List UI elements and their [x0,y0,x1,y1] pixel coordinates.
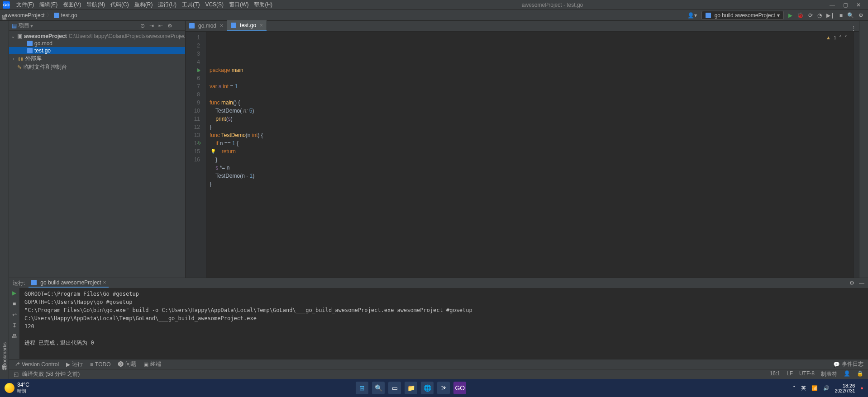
close-tab-icon[interactable]: × [220,23,223,29]
console-output[interactable]: GOROOT=C:\Program Files\Go #gosetup GOPA… [20,288,868,359]
chevron-down-icon[interactable]: ▾ [30,23,33,29]
code-area[interactable]: ▲ 1 ˄ ˅ 💡 package main var s int = 1 fun… [207,32,854,278]
hide-icon[interactable]: — [177,23,182,29]
collapse-icon[interactable]: ⇤ [158,23,163,29]
print-icon[interactable]: 🖶 [12,333,17,340]
tab-run[interactable]: ▶运行 [66,360,83,368]
minimize-icon[interactable]: — [830,2,835,8]
store-icon[interactable]: 🛍 [437,382,450,394]
menu-item[interactable]: 窗口(W) [226,0,251,9]
branch-icon: ⎇ [14,361,20,368]
line-separator[interactable]: LF [787,370,793,378]
search-icon[interactable]: 🔍 [372,382,385,394]
rerun-icon[interactable]: ▶ [12,290,16,296]
scroll-end-icon[interactable]: ↧ [12,322,17,329]
run-icon[interactable]: ▶ [788,12,792,19]
chevron-right-icon[interactable]: › [11,56,16,62]
indent-config[interactable]: 制表符 [821,370,837,378]
attach-icon[interactable]: ▶❙ [826,12,835,19]
editor-tab[interactable]: go.mod× [186,20,227,31]
prev-highlight-icon[interactable]: ˄ [839,33,842,42]
profile-icon[interactable]: ◔ [817,12,822,19]
run-config-label: go build awesomeProject [715,12,775,19]
problems-icon: ⓿ [118,361,124,368]
volume-icon[interactable]: 🔊 [823,385,830,391]
hide-icon[interactable]: — [859,280,864,286]
menu-item[interactable]: 重构(R) [132,0,156,9]
edge-icon[interactable]: 🌐 [421,382,434,394]
tab-todo[interactable]: ≡TODO [90,361,110,368]
menu-item[interactable]: 代码(C) [108,0,132,9]
breadcrumb-file[interactable]: test.go [61,12,77,19]
breadcrumb-project[interactable]: awesomeProject [5,12,45,19]
intention-bulb-icon[interactable]: 💡 [210,147,216,156]
inspection-profile-icon[interactable]: 👤 [844,370,850,378]
todo-icon: ≡ [90,361,93,368]
menu-item[interactable]: VCS(S) [202,0,226,9]
close-tab-icon[interactable]: × [260,22,263,28]
explorer-icon[interactable]: 📁 [405,382,417,394]
tool-window-toggle-icon[interactable]: ◱ [14,371,19,378]
tree-file[interactable]: go.mod [9,40,185,47]
close-icon[interactable]: ✕ [856,2,861,8]
tab-version-control[interactable]: ⎇Version Control [14,361,59,368]
menu-item[interactable]: 帮助(H) [251,0,275,9]
tree-root[interactable]: ⌄ ▣ awesomeProject C:\Users\Happy\Goland… [9,33,185,40]
go-file-icon [231,23,236,28]
start-icon[interactable]: ⊞ [356,382,368,394]
taskbar-clock[interactable]: 18:26 2022/7/31 [835,383,855,393]
sun-icon [5,383,14,393]
tab-terminal[interactable]: ▣终端 [143,360,161,368]
lock-icon[interactable]: 🔒 [857,370,863,378]
editor-gutter[interactable]: 12345678910111213141516 [186,32,207,278]
editor-tab[interactable]: test.go× [227,20,267,31]
expand-icon[interactable]: ⇥ [149,23,154,29]
tree-scratches[interactable]: ✎ 临时文件和控制台 [9,63,185,71]
windows-taskbar: 34°C 晴朗 ⊞ 🔍 ▭ 📁 🌐 🛍 GO ˄ 英 📶 🔊 18:26 202… [0,379,868,397]
file-encoding[interactable]: UTF-8 [799,370,815,378]
navigation-bar: awesomeProject 〉 test.go 👤▾ go build awe… [0,10,868,21]
stop-icon[interactable]: ■ [13,301,16,307]
next-highlight-icon[interactable]: ˅ [844,33,847,42]
notification-icon[interactable]: ● [860,385,863,391]
error-stripe[interactable] [854,32,859,278]
wifi-icon[interactable]: 📶 [811,385,818,391]
project-tree[interactable]: ⌄ ▣ awesomeProject C:\Users\Happy\Goland… [9,31,185,278]
menu-item[interactable]: 运行(U) [155,0,179,9]
sidebar-tab-bookmarks[interactable]: Bookmarks [2,342,7,367]
chevron-down-icon: ▾ [777,12,780,19]
chevron-down-icon[interactable]: ⌄ [11,33,15,39]
menu-item[interactable]: 视图(V) [60,0,84,9]
debug-icon[interactable]: 🐞 [797,12,804,19]
goland-icon[interactable]: GO [453,382,466,394]
more-icon[interactable]: ⋮ [851,25,856,31]
task-view-icon[interactable]: ▭ [388,382,401,394]
terminal-icon: ▣ [143,361,148,368]
run-tab[interactable]: go build awesomeProject × [29,279,109,288]
tray-expand-icon[interactable]: ˄ [793,385,796,391]
coverage-icon[interactable]: ⟳ [808,12,813,19]
tree-file-selected[interactable]: test.go [9,47,185,54]
run-config-selector[interactable]: go build awesomeProject ▾ [701,11,784,20]
menu-item[interactable]: 编辑(E) [37,0,60,9]
menu-item[interactable]: 文件(F) [14,0,37,9]
tree-ext-libs[interactable]: › ⫾⫾ 外部库 [9,54,185,63]
soft-wrap-icon[interactable]: ↩ [12,312,17,318]
user-icon[interactable]: 👤▾ [687,12,697,19]
locate-icon[interactable]: ⊙ [140,23,145,29]
ime-lang[interactable]: 英 [801,385,806,392]
search-icon[interactable]: 🔍 [847,12,854,19]
settings-icon[interactable]: ⚙ [849,280,854,286]
menu-item[interactable]: 工具(T) [179,0,202,9]
inspection-widget[interactable]: ▲ 1 ˄ ˅ [826,33,847,42]
gear-icon[interactable]: ⚙ [167,23,172,29]
caret-position[interactable]: 16:1 [770,370,780,378]
taskbar-weather[interactable]: 34°C 晴朗 [5,382,29,394]
maximize-icon[interactable]: ▢ [843,2,848,8]
menu-item[interactable]: 导航(N) [84,0,108,9]
stop-icon[interactable]: ■ [839,12,843,19]
close-tab-icon[interactable]: × [103,279,106,286]
settings-icon[interactable]: ⚙ [858,12,863,19]
tab-event-log[interactable]: 💬事件日志 [833,360,863,368]
tab-problems[interactable]: ⓿问题 [118,360,136,368]
